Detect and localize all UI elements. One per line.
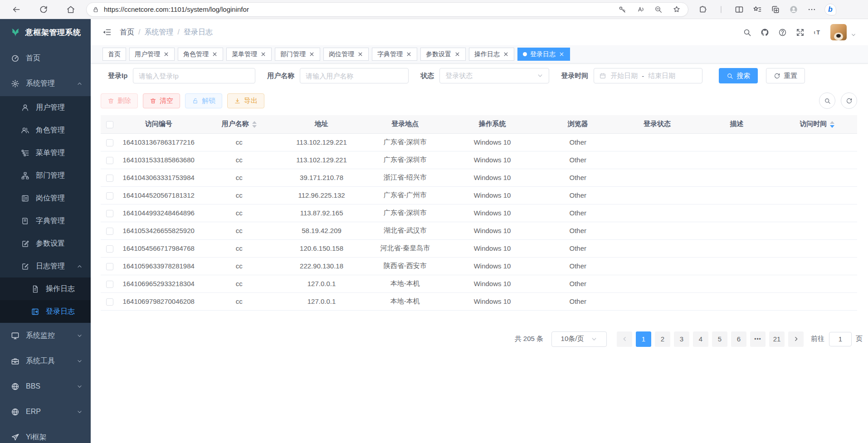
close-icon[interactable] <box>503 51 509 57</box>
column-header[interactable]: 地址 <box>280 115 363 133</box>
toolbar-button[interactable]: 删除 <box>101 93 138 108</box>
column-header[interactable]: 操作系统 <box>447 115 537 133</box>
goto-page-input[interactable] <box>829 332 852 346</box>
reset-button[interactable]: 重置 <box>766 68 805 83</box>
breadcrumb-item[interactable]: 首页 / <box>120 28 144 37</box>
select-all-header[interactable] <box>101 115 119 133</box>
date-range-picker[interactable]: 开始日期 - 结束日期 <box>594 68 702 83</box>
tab[interactable]: 用户管理 <box>129 48 175 61</box>
search-icon[interactable] <box>743 28 751 37</box>
favorite-add-icon[interactable] <box>673 5 681 14</box>
address-bar[interactable]: https://ccnetcore.com:1101/system/log/lo… <box>86 2 688 17</box>
sidebar-item[interactable]: 系统管理 <box>0 71 91 96</box>
page-button[interactable]: 6 <box>731 331 746 347</box>
row-checkbox[interactable] <box>106 139 113 146</box>
back-icon[interactable] <box>12 5 21 14</box>
username-input[interactable] <box>300 68 409 83</box>
row-checkbox[interactable] <box>106 245 113 253</box>
close-icon[interactable] <box>260 51 266 57</box>
search-button[interactable]: 搜索 <box>719 68 758 83</box>
read-aloud-icon[interactable] <box>636 5 644 14</box>
prev-page-button[interactable] <box>617 331 632 347</box>
profile-icon[interactable] <box>789 5 798 14</box>
next-page-button[interactable] <box>788 331 804 347</box>
status-select[interactable]: 登录状态 <box>439 68 549 83</box>
page-button[interactable]: 1 <box>636 331 651 347</box>
sidebar-item[interactable]: 部门管理 <box>0 164 91 187</box>
sidebar-item[interactable]: 岗位管理 <box>0 187 91 209</box>
tab[interactable]: 角色管理 <box>178 48 223 61</box>
github-icon[interactable] <box>761 28 769 37</box>
column-header[interactable]: 用户名称 <box>198 115 280 133</box>
favorites-icon[interactable] <box>753 5 762 14</box>
row-checkbox[interactable] <box>106 210 113 217</box>
sidebar-item[interactable]: 日志管理 <box>0 255 91 277</box>
sidebar-item[interactable]: ERP <box>0 399 91 424</box>
page-button[interactable]: 3 <box>674 331 689 347</box>
row-checkbox[interactable] <box>106 281 113 288</box>
copilot-icon[interactable]: b <box>824 4 836 15</box>
page-button[interactable]: 5 <box>712 331 727 347</box>
row-checkbox[interactable] <box>106 263 113 270</box>
page-button[interactable]: ••• <box>750 331 766 347</box>
sort-icon[interactable] <box>252 121 257 128</box>
tab[interactable]: 操作日志 <box>469 48 514 61</box>
page-button[interactable]: 21 <box>769 331 785 347</box>
breadcrumb-item[interactable]: 登录日志 <box>184 28 213 37</box>
help-icon[interactable] <box>778 28 787 37</box>
tab[interactable]: 参数设置 <box>420 48 466 61</box>
toolbar-button[interactable]: 解锁 <box>185 93 222 108</box>
column-header[interactable]: 登录地点 <box>363 115 447 133</box>
breadcrumb-item[interactable]: 系统管理 / <box>144 28 183 37</box>
sidebar-item[interactable]: 参数设置 <box>0 232 91 255</box>
page-button[interactable]: 2 <box>655 331 670 347</box>
tab[interactable]: 字典管理 <box>372 48 417 61</box>
refresh-icon[interactable] <box>39 5 48 14</box>
sidebar-item[interactable]: 系统工具 <box>0 348 91 374</box>
collections-icon[interactable] <box>771 5 780 14</box>
divider-icon[interactable] <box>717 5 726 14</box>
sidebar-item[interactable]: 角色管理 <box>0 119 91 141</box>
more-icon[interactable] <box>807 5 816 14</box>
close-icon[interactable] <box>357 51 363 57</box>
sort-icon[interactable] <box>830 121 834 128</box>
row-checkbox[interactable] <box>106 175 113 182</box>
page-button[interactable]: 4 <box>693 331 708 347</box>
sidebar-item[interactable]: 登录日志 <box>0 300 91 323</box>
column-header[interactable]: 描述 <box>696 115 777 133</box>
row-checkbox[interactable] <box>106 192 113 200</box>
tab[interactable]: 登录日志 <box>517 48 570 61</box>
column-header[interactable]: 登录状态 <box>618 115 696 133</box>
page-size-select[interactable]: 10条/页 <box>551 331 607 347</box>
tab[interactable]: 首页 <box>102 48 126 61</box>
fullscreen-icon[interactable] <box>796 28 805 37</box>
column-header[interactable]: 访问编号 <box>119 115 198 133</box>
close-icon[interactable] <box>559 51 565 57</box>
close-icon[interactable] <box>454 51 460 57</box>
sidebar-item[interactable]: 系统监控 <box>0 323 91 348</box>
toolbar-button[interactable]: 导出 <box>227 93 264 108</box>
sidebar-item[interactable]: 用户管理 <box>0 96 91 119</box>
toolbar-button[interactable]: 清空 <box>143 93 180 108</box>
column-header[interactable]: 浏览器 <box>537 115 618 133</box>
home-icon[interactable] <box>66 5 75 14</box>
close-icon[interactable] <box>212 51 218 57</box>
select-all-checkbox[interactable] <box>106 121 113 128</box>
sidebar-item[interactable]: 菜单管理 <box>0 141 91 164</box>
sidebar-fold-icon[interactable] <box>102 28 112 37</box>
close-icon[interactable] <box>406 51 412 57</box>
close-icon[interactable] <box>309 51 315 57</box>
user-avatar[interactable] <box>830 24 847 40</box>
font-size-icon[interactable]: tT <box>814 28 822 37</box>
sidebar-item[interactable]: 字典管理 <box>0 209 91 232</box>
sidebar-item[interactable]: 操作日志 <box>0 277 91 300</box>
key-icon[interactable] <box>618 5 626 14</box>
tab[interactable]: 岗位管理 <box>323 48 369 61</box>
ip-input[interactable] <box>133 68 255 83</box>
row-checkbox[interactable] <box>106 228 113 235</box>
zoom-out-icon[interactable] <box>654 5 663 14</box>
row-checkbox[interactable] <box>106 298 113 306</box>
sidebar-item[interactable]: 首页 <box>0 45 91 71</box>
tab[interactable]: 菜单管理 <box>226 48 272 61</box>
tab[interactable]: 部门管理 <box>275 48 320 61</box>
